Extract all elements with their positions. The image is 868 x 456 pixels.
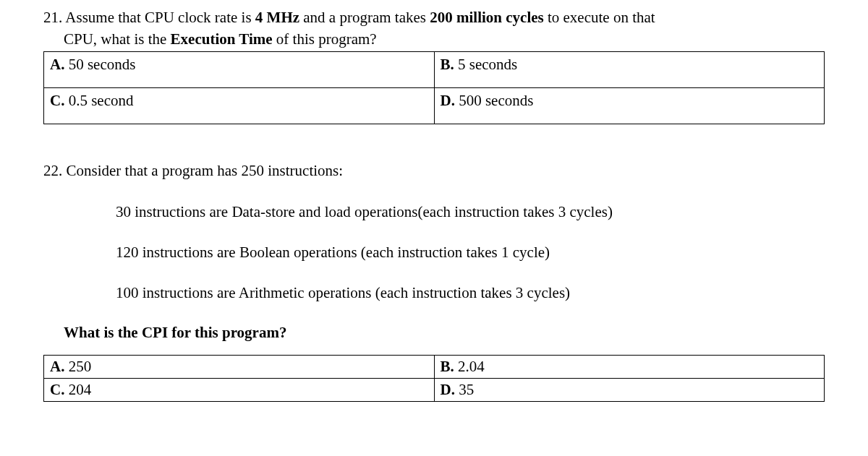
table-row: A. 50 seconds B. 5 seconds [44,51,825,87]
choice-label: D. [441,381,455,398]
q21-text-a: Assume that CPU clock rate is [62,9,255,26]
q22-choice-b: B. 2.04 [434,355,825,378]
q22-line1: 22. Consider that a program has 250 inst… [43,160,825,181]
q21-line2-bold: Execution Time [171,30,273,48]
table-row: C. 0.5 second D. 500 seconds [44,87,825,124]
q22-sub2: 120 instructions are Boolean operations … [116,242,825,262]
q21-number: 21. [43,9,62,26]
choice-label: C. [50,381,64,398]
choice-text: 204 [64,381,91,398]
q21-line2: CPU, what is the Execution Time of this … [43,29,825,49]
choice-text: 50 seconds [64,56,135,73]
choice-text: 500 seconds [455,92,534,109]
choice-label: C. [50,92,64,109]
q22-number: 22. [43,162,62,179]
q21-choice-c: C. 0.5 second [44,87,435,124]
table-row: C. 204 D. 35 [44,378,825,401]
q21-text-c: to execute on that [544,9,655,26]
q22-choice-c: C. 204 [44,378,435,401]
q22-choices: A. 250 B. 2.04 C. 204 D. 35 [43,355,825,403]
choice-label: A. [50,358,64,375]
q21-text-b: and a program takes [299,9,430,26]
choice-label: B. [441,358,454,375]
q21-line2-a: CPU, what is the [64,30,171,48]
choice-label: D. [441,92,455,109]
choice-label: A. [50,56,64,73]
choice-label: B. [441,56,454,73]
q21-choices: A. 50 seconds B. 5 seconds C. 0.5 second… [43,51,825,125]
choice-text: 5 seconds [454,56,518,73]
q21-bold1: 4 MHz [255,9,299,26]
exam-page: 21. Assume that CPU clock rate is 4 MHz … [0,0,868,409]
table-row: A. 250 B. 2.04 [44,355,825,378]
q21-bold2: 200 million cycles [430,9,543,26]
q21-choice-a: A. 50 seconds [44,51,435,87]
q22-choice-a: A. 250 [44,355,435,378]
choice-text: 35 [455,381,474,398]
q21-choice-d: D. 500 seconds [434,87,825,124]
q22-text: Consider that a program has 250 instruct… [62,162,343,179]
q22-sub1: 30 instructions are Data-store and load … [116,202,825,222]
q22-sub3: 100 instructions are Arithmetic operatio… [116,283,825,303]
choice-text: 250 [64,358,91,375]
q21-line2-b: of this program? [273,30,377,48]
q22-prompt: What is the CPI for this program? [64,324,825,342]
q22-choice-d: D. 35 [434,378,825,401]
choice-text: 0.5 second [64,92,133,109]
choice-text: 2.04 [454,358,485,375]
q21-choice-b: B. 5 seconds [434,51,825,87]
q21-line1: 21. Assume that CPU clock rate is 4 MHz … [43,7,825,27]
